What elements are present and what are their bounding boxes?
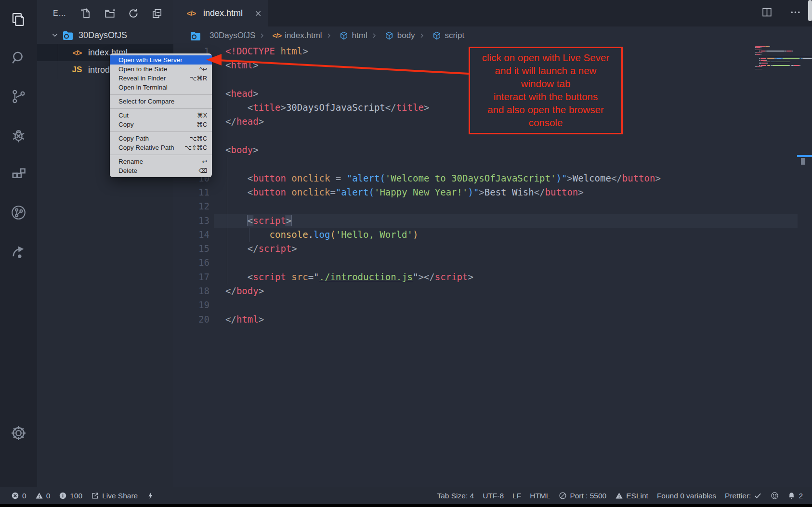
tab-index-html[interactable]: </> index.html xyxy=(173,0,268,26)
settings-gear-icon[interactable] xyxy=(0,415,37,452)
extensions-icon[interactable] xyxy=(0,156,37,193)
status-eslint-status[interactable]: ESLint xyxy=(615,492,648,500)
bolt-icon xyxy=(146,492,155,500)
menu-item-label: Copy Relative Path xyxy=(118,144,174,151)
indent-guide xyxy=(227,256,227,270)
status-errors-count[interactable]: 0 xyxy=(11,492,26,500)
menu-item-delete[interactable]: Delete⌫ xyxy=(110,166,212,175)
breadcrumb-item-30DaysOfJS[interactable]: 30DaysOfJS xyxy=(188,31,255,40)
scrollbar-handle[interactable] xyxy=(801,158,805,165)
explorer-icon[interactable] xyxy=(0,1,37,38)
minimap-line xyxy=(756,50,760,51)
search-icon[interactable] xyxy=(0,39,37,77)
minimap-line xyxy=(756,54,760,55)
status-tab-size[interactable]: Tab Size: 4 xyxy=(437,492,474,500)
tree-root-folder[interactable]: 30DaysOfJS xyxy=(37,26,173,44)
minimap-line xyxy=(759,63,761,64)
breadcrumb-item-html[interactable]: html xyxy=(325,31,367,40)
close-icon[interactable] xyxy=(254,10,262,17)
menu-item-reveal-in-finder[interactable]: Reveal in Finder⌥⌘R xyxy=(110,74,212,83)
indent-guide xyxy=(227,157,227,171)
menu-separator xyxy=(110,131,212,132)
status-prettier-status[interactable]: Prettier: xyxy=(725,492,762,500)
source-control-icon[interactable] xyxy=(0,78,37,115)
js-file-icon: JS xyxy=(70,65,84,75)
code-line-content: <script src="./introduction.js"></script… xyxy=(225,270,473,284)
status-live-server-port[interactable]: Port : 5500 xyxy=(559,492,606,500)
status-feedback-smiley[interactable] xyxy=(771,492,779,500)
minimap-line xyxy=(789,62,790,63)
folder-icon xyxy=(62,30,74,40)
menu-item-cut[interactable]: Cut⌘X xyxy=(110,111,212,120)
collapse-all-icon[interactable] xyxy=(151,7,163,20)
status-live-share-status[interactable]: Live Share xyxy=(91,492,138,500)
menu-item-rename[interactable]: Rename↩ xyxy=(110,157,212,166)
split-editor-icon[interactable] xyxy=(761,6,773,20)
status-label: HTML xyxy=(530,492,550,500)
status-warnings-count[interactable]: 0 xyxy=(35,492,51,500)
new-folder-icon[interactable] xyxy=(104,7,116,20)
menu-separator xyxy=(110,94,212,95)
scrollbar-top[interactable] xyxy=(808,0,812,21)
menu-item-copy-path[interactable]: Copy Path⌥⌘C xyxy=(110,134,212,143)
menu-item-open-in-terminal[interactable]: Open in Terminal xyxy=(110,83,212,92)
more-actions-icon[interactable] xyxy=(789,6,801,20)
line-number: 20 xyxy=(173,312,210,326)
breadcrumb-item-script[interactable]: script xyxy=(418,31,465,40)
breadcrumb-item-index-html[interactable]: </>index.html xyxy=(258,31,322,40)
status-label: Prettier: xyxy=(725,492,751,500)
status-label: LF xyxy=(512,492,521,500)
breadcrumb-label: body xyxy=(397,31,415,40)
menu-item-open-with-live-server[interactable]: Open with Live Server xyxy=(110,55,212,65)
status-language-mode[interactable]: HTML xyxy=(530,492,550,500)
minimap-line xyxy=(794,65,800,66)
circle-branch-icon[interactable] xyxy=(0,194,37,231)
new-file-icon[interactable] xyxy=(80,7,92,20)
menu-item-open-to-the-side[interactable]: Open to the Side^↩ xyxy=(110,65,212,74)
status-label: 100 xyxy=(70,492,82,500)
minimap-line xyxy=(760,50,761,51)
status-info-count[interactable]: 100 xyxy=(59,492,82,500)
minimap[interactable] xyxy=(755,46,799,75)
menu-separator xyxy=(110,108,212,109)
status-label: 2 xyxy=(799,492,803,500)
menu-item-shortcut: ⌘X xyxy=(197,112,207,119)
live-share-icon[interactable] xyxy=(0,233,37,270)
menu-item-shortcut: ⌫ xyxy=(198,167,207,174)
status-lightning-status[interactable] xyxy=(146,492,155,500)
breadcrumb-item-body[interactable]: body xyxy=(370,31,415,40)
chevron-right-icon xyxy=(258,32,266,39)
tree-indent-guide xyxy=(58,44,58,79)
menu-item-label: Open with Live Server xyxy=(118,56,183,64)
menu-item-shortcut: ^↩ xyxy=(199,65,207,73)
status-variables-found[interactable]: Found 0 variables xyxy=(657,492,716,500)
line-number: 15 xyxy=(173,242,210,256)
breadcrumb-label: html xyxy=(352,31,367,40)
minimap-line xyxy=(769,46,770,47)
code-line: 16 xyxy=(173,256,812,270)
menu-item-copy[interactable]: Copy⌘C xyxy=(110,120,212,129)
status-eol[interactable]: LF xyxy=(512,492,521,500)
breadcrumb-label: index.html xyxy=(285,31,322,40)
tab-bar: </> index.html xyxy=(173,0,812,26)
symbol-cube-icon xyxy=(432,31,442,40)
menu-item-select-for-compare[interactable]: Select for Compare xyxy=(110,97,212,106)
annotation-line: and also open the browser xyxy=(470,103,621,116)
code-line: 17 <script src="./introduction.js"></scr… xyxy=(173,270,812,284)
status-label: Live Share xyxy=(102,492,138,500)
minimap-line xyxy=(786,51,792,52)
status-notifications-bell[interactable]: 2 xyxy=(787,492,803,500)
code-line: 11 <button onclick="alert('Happy New Yea… xyxy=(173,185,812,199)
refresh-icon[interactable] xyxy=(127,7,140,20)
menu-separator xyxy=(110,155,212,155)
code-line: 20</html> xyxy=(173,312,812,326)
status-encoding[interactable]: UTF-8 xyxy=(483,492,504,500)
code-line: 9 xyxy=(173,157,812,171)
run-debug-icon[interactable] xyxy=(0,117,37,154)
menu-item-copy-relative-path[interactable]: Copy Relative Path⌥⇧⌘C xyxy=(110,143,212,152)
tree-root-label: 30DaysOfJS xyxy=(79,30,127,40)
activity-bar xyxy=(0,0,37,504)
line-number: 19 xyxy=(173,298,210,312)
minimap-line xyxy=(760,54,761,55)
minimap-line xyxy=(761,66,762,67)
